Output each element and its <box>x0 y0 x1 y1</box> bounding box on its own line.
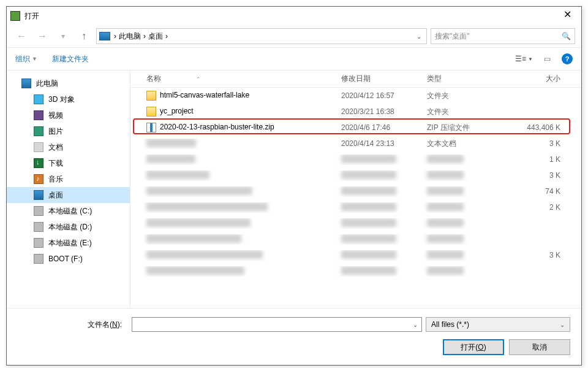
chevron-down-icon: ▼ <box>32 56 37 62</box>
col-size[interactable]: 大小 <box>513 74 565 84</box>
folder-icon <box>146 91 156 101</box>
drive-icon <box>34 238 43 248</box>
col-date[interactable]: 修改日期 <box>336 74 422 84</box>
file-list: 名称 ⌃ 修改日期 类型 大小 html5-canvas-waterfall-l… <box>130 71 581 308</box>
file-row[interactable]: yc_project2020/3/21 16:38文件夹 <box>130 104 581 120</box>
file-row[interactable]: 2020/4/14 23:13文本文档3 K <box>130 136 581 151</box>
forward-button: → <box>34 28 51 45</box>
3d-icon <box>34 94 43 104</box>
sidebar: 此电脑3D 对象视频图片文档下载音乐桌面本地磁盘 (C:)本地磁盘 (D:)本地… <box>7 71 130 308</box>
music-icon <box>34 174 43 184</box>
app-icon <box>10 11 20 21</box>
crumb-segment[interactable]: › <box>165 32 168 40</box>
toolbar: 组织 ▼ 新建文件夹 ☰≡ ▼ ▭ ? <box>7 47 581 71</box>
file-row[interactable]: 2 K <box>130 199 581 215</box>
sidebar-item-drive[interactable]: 本地磁盘 (E:) <box>7 235 130 251</box>
pic-icon <box>34 126 43 136</box>
file-row[interactable] <box>130 263 581 279</box>
file-type-filter[interactable]: All files (*.*)⌄ <box>426 317 570 332</box>
drive-icon <box>34 206 43 216</box>
file-row[interactable]: html5-canvas-waterfall-lake2020/4/12 16:… <box>130 88 581 104</box>
sidebar-item-drive[interactable]: BOOT (F:) <box>7 251 130 267</box>
file-row[interactable] <box>130 231 581 247</box>
file-row[interactable] <box>130 215 581 231</box>
view-button[interactable]: ☰≡ ▼ <box>515 55 533 63</box>
titlebar: 打开 ✕ <box>7 7 581 25</box>
address-bar[interactable]: › 此电脑 › 桌面 › ⌄ <box>96 28 427 44</box>
file-row[interactable]: 3 K <box>130 247 581 263</box>
chevron-down-icon: ⌄ <box>560 321 565 328</box>
search-placeholder: 搜索"桌面" <box>435 31 470 42</box>
pc-icon <box>99 32 110 40</box>
drive-icon <box>34 222 43 232</box>
sidebar-item-music[interactable]: 音乐 <box>7 171 130 187</box>
cancel-button[interactable]: 取消 <box>509 339 570 355</box>
sidebar-item-label: 本地磁盘 (D:) <box>48 222 92 232</box>
search-icon: 🔍 <box>562 32 571 40</box>
crumb-segment[interactable]: › <box>143 32 146 40</box>
video-icon <box>34 110 43 120</box>
sidebar-item-label: 文档 <box>48 142 63 153</box>
sidebar-item-label: 下载 <box>48 158 63 169</box>
back-button[interactable]: ← <box>13 28 30 45</box>
window-title: 打开 <box>24 11 554 21</box>
filename-label: 文件名(N): <box>18 320 128 330</box>
sidebar-item-3d[interactable]: 3D 对象 <box>7 91 130 107</box>
organize-button[interactable]: 组织 ▼ <box>15 54 37 64</box>
crumb-segment[interactable]: › <box>114 32 116 40</box>
pc-icon <box>21 79 31 88</box>
search-input[interactable]: 搜索"桌面" 🔍 <box>431 28 575 44</box>
col-name[interactable]: 名称 ⌃ <box>141 74 336 84</box>
sidebar-item-label: 图片 <box>48 126 63 137</box>
sidebar-item-drive[interactable]: 本地磁盘 (C:) <box>7 203 130 219</box>
column-header: 名称 ⌃ 修改日期 类型 大小 <box>130 71 581 88</box>
open-button[interactable]: 打开(O) <box>443 339 504 355</box>
recent-dropdown[interactable]: ▾ <box>55 28 72 45</box>
main-area: 此电脑3D 对象视频图片文档下载音乐桌面本地磁盘 (C:)本地磁盘 (D:)本地… <box>7 71 581 309</box>
chevron-down-icon[interactable]: ⌄ <box>413 321 418 328</box>
sidebar-item-label: 桌面 <box>48 190 63 201</box>
footer: 文件名(N): ⌄ All files (*.*)⌄ 打开(O) 取消 <box>7 309 581 365</box>
sidebar-item-label: 本地磁盘 (E:) <box>48 238 92 248</box>
file-row[interactable]: 2020-02-13-raspbian-buster-lite.zip2020/… <box>130 120 581 136</box>
sidebar-item-doc[interactable]: 文档 <box>7 139 130 155</box>
filename-input[interactable]: ⌄ <box>132 317 422 332</box>
navbar: ← → ▾ ↑ › 此电脑 › 桌面 › ⌄ 搜索"桌面" 🔍 <box>7 25 581 47</box>
crumb-pc[interactable]: 此电脑 <box>119 31 141 42</box>
desk-icon <box>34 190 43 200</box>
up-button[interactable]: ↑ <box>75 28 92 45</box>
sidebar-item-label: BOOT (F:) <box>48 255 83 263</box>
new-folder-button[interactable]: 新建文件夹 <box>52 54 89 64</box>
open-file-dialog: 打开 ✕ ← → ▾ ↑ › 此电脑 › 桌面 › ⌄ 搜索"桌面" 🔍 组织 … <box>6 6 582 366</box>
dl-icon <box>34 158 43 168</box>
col-type[interactable]: 类型 <box>422 74 513 84</box>
file-rows: html5-canvas-waterfall-lake2020/4/12 16:… <box>130 88 581 308</box>
sidebar-item-label: 此电脑 <box>36 79 58 89</box>
sidebar-item-dl[interactable]: 下载 <box>7 155 130 171</box>
sidebar-item-label: 音乐 <box>48 174 63 185</box>
drive-icon <box>34 254 43 264</box>
help-icon[interactable]: ? <box>562 53 573 64</box>
sort-asc-icon: ⌃ <box>196 76 201 82</box>
sidebar-item-label: 本地磁盘 (C:) <box>48 206 92 217</box>
sidebar-item-video[interactable]: 视频 <box>7 107 130 123</box>
file-row[interactable]: 1 K <box>130 151 581 167</box>
sidebar-item-label: 3D 对象 <box>48 94 75 105</box>
sidebar-item-label: 视频 <box>48 110 63 121</box>
sidebar-item-pc[interactable]: 此电脑 <box>7 75 130 91</box>
address-dropdown[interactable]: ⌄ <box>413 33 425 40</box>
preview-pane-button[interactable]: ▭ <box>544 55 551 63</box>
doc-icon <box>34 142 43 152</box>
sidebar-item-drive[interactable]: 本地磁盘 (D:) <box>7 219 130 235</box>
sidebar-item-desk[interactable]: 桌面 <box>7 187 130 203</box>
crumb-desktop[interactable]: 桌面 <box>148 31 163 42</box>
file-row[interactable]: 3 K <box>130 167 581 183</box>
zip-icon <box>146 123 156 132</box>
close-button[interactable]: ✕ <box>554 7 581 25</box>
file-row[interactable]: 74 K <box>130 183 581 199</box>
folder-icon <box>146 107 156 117</box>
sidebar-item-pic[interactable]: 图片 <box>7 123 130 139</box>
